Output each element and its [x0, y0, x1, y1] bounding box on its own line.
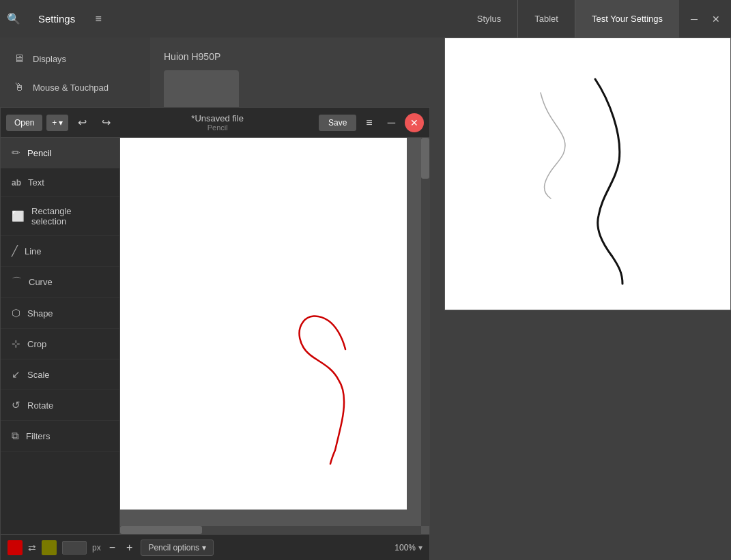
test-your-settings-panel: [444, 38, 731, 310]
size-unit-label: px: [92, 543, 101, 552]
secondary-color-swatch[interactable]: [42, 540, 57, 555]
paint-minimize-button[interactable]: ─: [382, 113, 401, 132]
sidebar-displays-label: Displays: [33, 54, 66, 64]
tab-test-settings[interactable]: Test Your Settings: [575, 0, 679, 38]
scrollbar-thumb-vertical[interactable]: [421, 138, 429, 179]
settings-tabs: Stylus Tablet Test Your Settings: [461, 0, 679, 38]
close-button[interactable]: ✕: [706, 10, 726, 29]
tool-rotate-label: Rotate: [27, 400, 53, 411]
paint-titlebar: Open + ▾ ↩ ↪ *Unsaved file Pencil Save ≡…: [1, 108, 429, 138]
test-canvas[interactable]: [445, 38, 730, 310]
new-icon: +: [52, 118, 57, 128]
tool-curve-label: Curve: [29, 277, 53, 287]
size-increase-button[interactable]: +: [124, 542, 135, 554]
device-image: [164, 70, 239, 111]
tool-scale[interactable]: ↙ Scale: [1, 359, 119, 390]
curve-icon: ⌒: [12, 276, 22, 289]
paint-close-button[interactable]: ✕: [405, 113, 424, 132]
tool-shape[interactable]: ⬡ Shape: [1, 298, 119, 329]
displays-icon: 🖥: [14, 53, 25, 65]
tool-filters[interactable]: ⧉ Filters: [1, 421, 119, 452]
tool-line-label: Line: [25, 246, 42, 256]
tool-crop[interactable]: ⊹ Crop: [1, 329, 119, 359]
tool-shape-label: Shape: [27, 308, 53, 319]
pencil-options-arrow: ▾: [202, 543, 206, 552]
paint-body: ✏ Pencil ab Text ⬜ Rectangle selection ╱…: [1, 138, 429, 534]
settings-bar: 🔍 Settings ≡ Stylus Tablet Test Your Set…: [0, 0, 731, 38]
zoom-dropdown-icon[interactable]: ▾: [418, 543, 422, 552]
tool-scale-label: Scale: [27, 370, 50, 380]
pencil-options-label: Pencil options: [148, 543, 199, 552]
paint-canvas[interactable]: [120, 138, 407, 510]
tool-crop-label: Crop: [27, 339, 46, 349]
paint-app: Open + ▾ ↩ ↪ *Unsaved file Pencil Save ≡…: [0, 107, 430, 560]
drawing-svg: [120, 138, 407, 510]
settings-search-icon[interactable]: 🔍: [0, 0, 27, 38]
tab-tablet[interactable]: Tablet: [518, 0, 575, 38]
primary-color-swatch[interactable]: [8, 540, 23, 555]
undo-button[interactable]: ↩: [72, 113, 92, 132]
tool-line[interactable]: ╱ Line: [1, 236, 119, 267]
filters-icon: ⧉: [12, 430, 19, 442]
crop-icon: ⊹: [12, 338, 20, 350]
pencil-icon: ✏: [12, 147, 20, 159]
rotate-icon: ↺: [12, 399, 20, 411]
scrollbar-vertical[interactable]: [421, 138, 429, 526]
scale-icon: ↙: [12, 368, 20, 381]
tool-curve[interactable]: ⌒ Curve: [1, 267, 119, 298]
new-button[interactable]: + ▾: [46, 115, 68, 131]
tool-rect-label: Rectangle selection: [31, 206, 109, 226]
sidebar-item-displays[interactable]: 🖥 Displays: [0, 44, 150, 73]
tool-pencil[interactable]: ✏ Pencil: [1, 138, 119, 168]
size-input[interactable]: 5: [62, 541, 87, 555]
scrollbar-thumb-horizontal[interactable]: [120, 526, 202, 534]
redo-button[interactable]: ↪: [96, 113, 116, 132]
size-decrease-button[interactable]: −: [106, 542, 118, 554]
tool-rotate[interactable]: ↺ Rotate: [1, 390, 119, 421]
open-button[interactable]: Open: [6, 115, 42, 131]
paint-title: *Unsaved file: [120, 113, 315, 123]
sidebar-mouse-label: Mouse & Touchpad: [33, 83, 109, 93]
rectangle-selection-icon: ⬜: [12, 210, 25, 222]
paint-subtitle: Pencil: [120, 123, 315, 132]
paint-bottombar: ⇄ 5 px − + Pencil options ▾ 100% ▾: [1, 534, 429, 560]
settings-title: Settings: [27, 13, 86, 25]
swap-colors-icon[interactable]: ⇄: [28, 542, 36, 553]
zoom-value: 100%: [395, 543, 416, 552]
pencil-options-button[interactable]: Pencil options ▾: [141, 540, 214, 556]
tool-filters-label: Filters: [26, 431, 50, 441]
tool-rectangle-selection[interactable]: ⬜ Rectangle selection: [1, 197, 119, 236]
canvas-wrapper[interactable]: [120, 138, 429, 534]
shape-icon: ⬡: [12, 307, 20, 319]
mouse-icon: 🖱: [14, 81, 25, 93]
text-icon: ab: [12, 178, 21, 188]
zoom-control: 100% ▾: [395, 543, 422, 552]
test-drawing-svg: [445, 38, 730, 310]
sidebar-item-mouse[interactable]: 🖱 Mouse & Touchpad: [0, 73, 150, 102]
settings-menu-button[interactable]: ≡: [86, 7, 111, 31]
line-icon: ╱: [12, 245, 18, 257]
tool-text[interactable]: ab Text: [1, 168, 119, 197]
new-dropdown-icon: ▾: [59, 118, 63, 128]
window-controls: ─ ✕: [679, 10, 731, 29]
minimize-button[interactable]: ─: [685, 10, 704, 29]
tools-sidebar: ✏ Pencil ab Text ⬜ Rectangle selection ╱…: [1, 138, 120, 534]
save-button[interactable]: Save: [319, 115, 356, 131]
tool-pencil-label: Pencil: [27, 148, 51, 158]
scrollbar-horizontal[interactable]: [120, 526, 421, 534]
tab-stylus[interactable]: Stylus: [461, 0, 518, 38]
tool-text-label: Text: [28, 177, 44, 188]
paint-menu-button[interactable]: ≡: [360, 113, 377, 132]
paint-filename-area: *Unsaved file Pencil: [120, 113, 315, 132]
